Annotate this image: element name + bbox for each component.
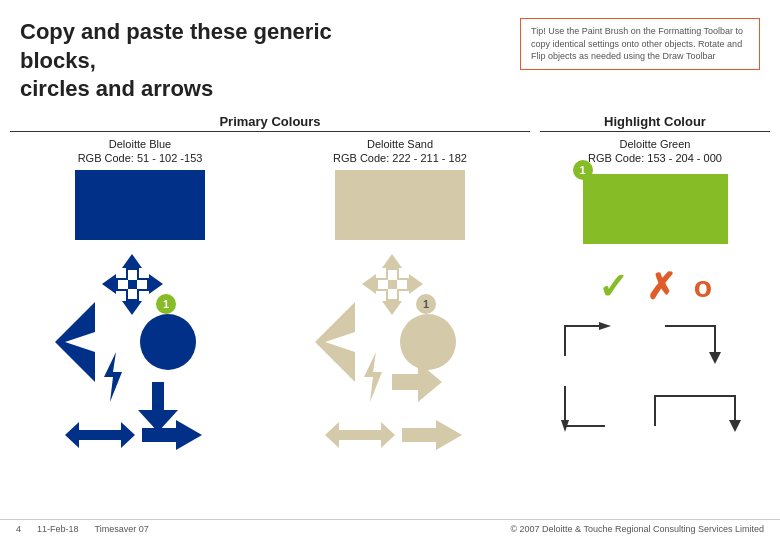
primary-section-title: Primary Colours (10, 114, 530, 132)
footer-left: 4 11-Feb-18 Timesaver 07 (16, 524, 149, 534)
main-content: Primary Colours Deloitte Blue RGB Code: … (0, 114, 780, 442)
badge-1-blue: 1 (156, 294, 176, 314)
blue-circle (138, 312, 198, 376)
svg-marker-0 (122, 254, 142, 268)
sand-flat-arrow (402, 420, 462, 454)
primary-section: Primary Colours Deloitte Blue RGB Code: … (10, 114, 530, 442)
green-rgb: RGB Code: 153 - 204 - 000 (588, 152, 722, 164)
svg-marker-2 (102, 274, 116, 294)
blue-label: Deloitte Blue (109, 138, 171, 150)
sand-shapes-area: 1 (310, 252, 490, 442)
header: Copy and paste these generic blocks, cir… (0, 0, 780, 114)
svg-rect-25 (388, 280, 397, 289)
sand-chevron-left (315, 302, 355, 386)
green-swatch (583, 174, 728, 244)
svg-marker-19 (362, 274, 376, 294)
tip-box: Tip! Use the Paint Brush on the Formatti… (520, 18, 760, 70)
svg-marker-27 (315, 302, 355, 382)
svg-marker-31 (325, 422, 395, 448)
sand-double-arrow (325, 420, 395, 454)
footer: 4 11-Feb-18 Timesaver 07 © 2007 Deloitte… (0, 519, 780, 534)
flow-shapes (555, 316, 755, 436)
blue-lightning (98, 352, 128, 406)
sand-rgb: RGB Code: 222 - 211 - 182 (333, 152, 467, 164)
green-label: Deloitte Green (620, 138, 691, 150)
badge-1-green: 1 (573, 160, 593, 180)
highlight-inner: Deloitte Green RGB Code: 153 - 204 - 000… (540, 138, 770, 436)
check-symbol: ✓ (598, 266, 628, 308)
footer-copyright: © 2007 Deloitte & Touche Regional Consul… (510, 524, 764, 534)
svg-rect-12 (152, 382, 164, 412)
page-title: Copy and paste these generic blocks, cir… (20, 18, 400, 104)
svg-marker-3 (149, 274, 163, 294)
svg-point-9 (140, 314, 196, 370)
svg-marker-17 (382, 254, 402, 268)
svg-rect-15 (142, 428, 180, 442)
sand-label: Deloitte Sand (367, 138, 433, 150)
svg-marker-11 (104, 352, 122, 402)
blue-swatch (75, 170, 205, 240)
footer-date: 11-Feb-18 (37, 524, 79, 534)
svg-marker-38 (729, 420, 741, 432)
svg-marker-30 (418, 362, 442, 402)
svg-rect-8 (128, 280, 137, 289)
svg-marker-33 (436, 420, 462, 450)
symbols-row: ✓ ✗ o (598, 266, 712, 308)
sand-swatch (335, 170, 465, 240)
page-number: 4 (16, 524, 21, 534)
svg-marker-16 (176, 420, 202, 450)
svg-marker-20 (409, 274, 423, 294)
footer-template: Timesaver 07 (95, 524, 149, 534)
blue-col: Deloitte Blue RGB Code: 51 - 102 -153 (10, 138, 270, 442)
svg-rect-29 (392, 374, 422, 390)
blue-flat-arrow (142, 420, 202, 454)
sand-lightning (358, 352, 388, 406)
cross-symbol: ✗ (646, 266, 676, 308)
blue-rgb: RGB Code: 51 - 102 -153 (78, 152, 203, 164)
blue-shapes-area: 1 (50, 252, 230, 442)
blue-chevron-left (55, 302, 95, 386)
svg-marker-28 (364, 352, 382, 402)
badge-1-sand: 1 (416, 294, 436, 314)
blue-double-arrow (65, 420, 135, 454)
sand-right-arrow (392, 362, 442, 406)
circle-symbol: o (694, 270, 712, 304)
highlight-section: Highlight Colour Deloitte Green RGB Code… (530, 114, 770, 442)
svg-marker-10 (55, 302, 95, 382)
svg-marker-14 (65, 422, 135, 448)
highlight-section-title: Highlight Colour (540, 114, 770, 132)
svg-marker-35 (709, 352, 721, 364)
svg-rect-32 (402, 428, 440, 442)
green-swatch-wrap: 1 (583, 170, 728, 256)
svg-marker-34 (599, 322, 611, 330)
sand-col: Deloitte Sand RGB Code: 222 - 211 - 182 (270, 138, 530, 442)
primary-inner: Deloitte Blue RGB Code: 51 - 102 -153 (10, 138, 530, 442)
